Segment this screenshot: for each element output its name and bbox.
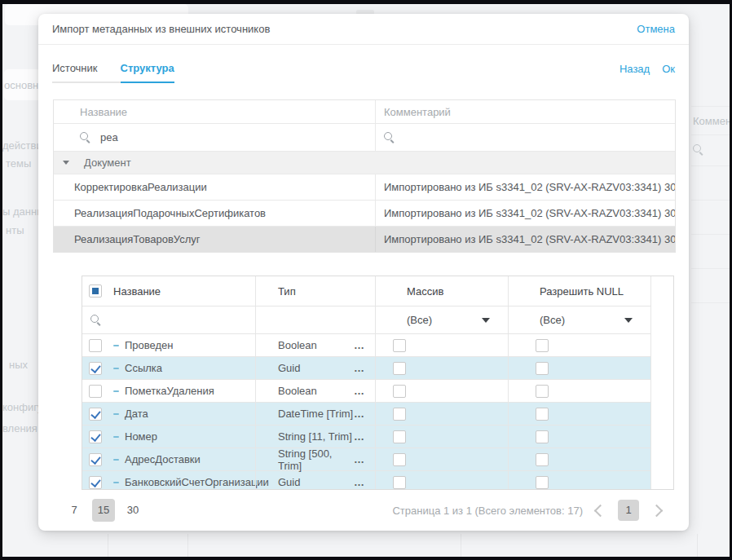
select-all-checkbox[interactable] [89, 284, 102, 298]
field-name: Ссылка [125, 362, 162, 374]
array-checkbox[interactable] [393, 430, 406, 443]
array-checkbox[interactable] [393, 385, 406, 398]
allow-null-filter-select[interactable]: (Все) [508, 306, 650, 333]
tree-dash-icon [113, 482, 119, 483]
prev-page-icon[interactable] [594, 504, 607, 517]
row-checkbox[interactable] [89, 430, 102, 443]
name-search-input[interactable] [99, 130, 306, 144]
array-checkbox[interactable] [393, 408, 406, 421]
field-name: АдресДоставки [125, 453, 201, 465]
field-row[interactable]: БанковскийСчетОрганизации Guid… [82, 471, 650, 490]
column-header-array[interactable]: Массив [375, 276, 508, 306]
fields-filter-row: (Все) (Все) [82, 306, 650, 334]
dialog-title: Импорт метаданных из внешних источников [52, 23, 270, 35]
column-header-field-name[interactable]: Название [113, 285, 161, 298]
type-options-icon[interactable]: … [354, 385, 365, 397]
search-icon [384, 132, 395, 143]
field-row[interactable]: Проведен Boolean… [82, 334, 650, 357]
row-checkbox[interactable] [89, 408, 102, 421]
type-options-icon[interactable]: … [354, 408, 365, 420]
metadata-row[interactable]: РеализацияПодарочныхСертификатов Импорти… [54, 200, 675, 226]
ok-button[interactable]: Ок [662, 63, 675, 75]
column-header-type[interactable]: Тип [255, 276, 375, 306]
field-row[interactable]: Ссылка Guid… [82, 357, 650, 380]
bg-fragment: темы [6, 157, 31, 170]
group-label: Документ [84, 157, 131, 169]
row-checkbox[interactable] [89, 453, 102, 466]
chevron-down-icon [624, 318, 633, 323]
field-row[interactable]: АдресДоставки String [500, Trim]… [82, 448, 650, 471]
next-page-icon[interactable] [650, 504, 664, 517]
field-name: Дата [125, 408, 148, 420]
page-size-15[interactable]: 15 [92, 499, 115, 522]
array-checkbox[interactable] [393, 339, 406, 352]
type-options-icon[interactable]: … [354, 339, 365, 351]
type-options-icon[interactable]: … [354, 476, 365, 488]
metadata-name: КорректировкаРеализации [54, 181, 375, 193]
tab-structure[interactable]: Структура [121, 59, 174, 83]
metadata-row[interactable]: РеализацияТоваровУслуг Импортировано из … [54, 226, 675, 252]
field-name: Проведен [125, 339, 174, 351]
type-options-icon[interactable]: … [354, 430, 365, 443]
array-checkbox[interactable] [393, 476, 406, 489]
allow-null-checkbox[interactable] [536, 339, 549, 352]
tree-dash-icon [113, 413, 119, 415]
field-row[interactable]: ПометкаУдаления Boolean… [82, 380, 650, 403]
fields-table-header: Название Тип Массив Разрешить NULL [82, 276, 650, 306]
search-icon [90, 315, 102, 326]
allow-null-checkbox[interactable] [536, 362, 549, 375]
column-header-comment[interactable]: Комментарий [375, 100, 675, 123]
dialog-header: Импорт метаданных из внешних источников … [38, 14, 689, 45]
page-size-7[interactable]: 7 [63, 499, 86, 522]
array-filter-value: (Все) [407, 314, 432, 326]
dialog-actions: Назад Ок [620, 63, 675, 83]
cancel-button[interactable]: Отмена [637, 23, 675, 35]
field-name: ПометкаУдаления [125, 385, 214, 397]
allow-null-checkbox[interactable] [536, 430, 549, 443]
back-button[interactable]: Назад [620, 63, 650, 75]
field-type: Boolean [278, 385, 317, 397]
tab-source[interactable]: Источник [52, 59, 121, 83]
collapse-arrow-icon[interactable] [63, 161, 69, 165]
metadata-row[interactable]: КорректировкаРеализации Импортировано из… [54, 174, 675, 200]
allow-null-checkbox[interactable] [536, 476, 549, 489]
field-row[interactable]: Дата DateTime [Trim]… [82, 403, 650, 426]
allow-null-checkbox[interactable] [536, 408, 549, 421]
type-filter-cell[interactable] [255, 306, 375, 333]
array-checkbox[interactable] [393, 362, 406, 375]
type-options-icon[interactable]: … [354, 362, 365, 374]
field-row[interactable]: Номер String [11, Trim]… [82, 426, 650, 448]
allow-null-checkbox[interactable] [536, 385, 549, 398]
page-size-30[interactable]: 30 [121, 499, 144, 522]
row-checkbox[interactable] [89, 476, 102, 489]
allow-null-checkbox[interactable] [536, 453, 549, 466]
fields-table: Название Тип Массив Разрешить NULL (Все)… [82, 276, 674, 490]
bg-fragment: ных [9, 359, 28, 371]
type-options-icon[interactable]: … [354, 453, 365, 465]
column-header-name[interactable]: Название [54, 106, 375, 118]
row-checkbox[interactable] [89, 385, 102, 398]
row-checkbox[interactable] [89, 339, 102, 352]
array-checkbox[interactable] [393, 453, 406, 466]
tabs-row: Источник Структура Назад Ок [38, 45, 689, 83]
group-row-document[interactable]: Документ [54, 151, 675, 174]
field-type: Guid [278, 476, 300, 488]
page-size-selector: 7 15 30 [63, 499, 144, 522]
tabs: Источник Структура [52, 59, 174, 83]
field-name: Номер [125, 430, 157, 443]
pagination-info: Страница 1 из 1 (Всего элементов: 17) [392, 505, 583, 517]
field-type: DateTime [Trim] [278, 408, 353, 420]
chevron-down-icon [482, 318, 490, 323]
bg-fragment: действи [2, 139, 42, 152]
array-filter-select[interactable]: (Все) [375, 306, 508, 333]
column-header-allow-null[interactable]: Разрешить NULL [508, 276, 650, 306]
metadata-comment: Импортировано из ИБ s3341_02 (SRV-AX-RAZ… [375, 174, 675, 200]
search-icon [80, 132, 91, 143]
bg-comment-column-header: Коммента [693, 115, 730, 127]
current-page-button[interactable]: 1 [618, 500, 639, 521]
metadata-name: РеализацияТоваровУслуг [54, 233, 375, 245]
bg-fragment: вления [2, 422, 37, 434]
metadata-name: РеализацияПодарочныхСертификатов [54, 207, 375, 219]
row-checkbox[interactable] [89, 362, 102, 375]
metadata-filter-row [54, 123, 675, 151]
